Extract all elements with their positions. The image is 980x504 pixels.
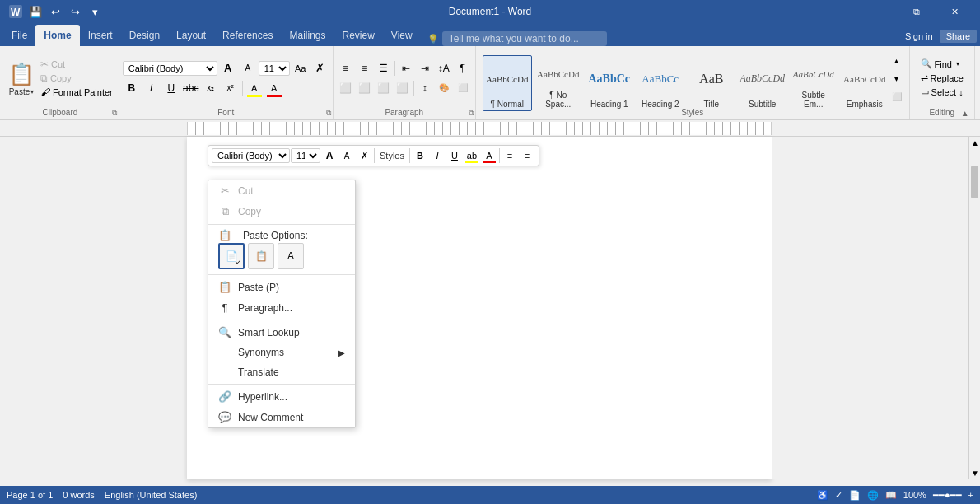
justify-btn[interactable]: ⬜ [394,79,412,97]
styles-scroll-down-btn[interactable]: ▾ [891,69,903,87]
line-spacing-btn[interactable]: ↕ [416,79,434,97]
paste-button[interactable]: 📋 Paste ▾ [5,48,38,108]
find-dropdown-icon[interactable]: ▾ [956,60,959,68]
decrease-indent-btn[interactable]: ⇤ [397,59,415,77]
zoom-slider[interactable]: ━━●━━ [933,490,962,501]
paste-keep-source-btn[interactable]: 📄 ↙ [218,243,245,269]
tell-me-input[interactable] [442,31,607,46]
styles-scroll-up-btn[interactable]: ▴ [891,51,903,69]
bullets-btn[interactable]: ≡ [337,59,355,77]
style-title[interactable]: AaB Title [687,55,736,111]
clipboard-expand-icon[interactable]: ⧉ [112,109,117,118]
font-size-shrink-btn[interactable]: A [239,59,257,77]
scroll-down-btn[interactable]: ▼ [969,467,980,479]
multilevel-list-btn[interactable]: ☰ [375,59,393,77]
font-expand-icon[interactable]: ⧉ [326,109,331,118]
scrollbar-thumb[interactable] [971,166,978,198]
replace-btn[interactable]: ⇌ Replace [917,72,967,84]
style-emphasis[interactable]: AaBbCcDd Emphasis [840,55,889,111]
find-btn[interactable]: 🔍 Find ▾ [917,58,963,70]
undo-quick-btn[interactable]: ↩ [46,2,64,21]
context-new-comment[interactable]: 💬 New Comment [208,407,355,427]
tell-me-bar[interactable]: 💡 [427,31,607,46]
word-count[interactable]: 0 words [63,490,95,500]
mini-clear-btn[interactable]: ✗ [356,147,372,164]
context-paste[interactable]: 📋 Paste (P) [208,277,355,297]
change-case-btn[interactable]: Aa [292,59,310,77]
font-color-btn[interactable]: A [265,79,283,97]
context-smart-lookup[interactable]: 🔍 Smart Lookup [208,322,355,343]
context-synonyms[interactable]: Synonyms ▶ [208,343,355,362]
borders-btn[interactable]: ⬜ [454,79,472,97]
view-web-btn[interactable]: 🌐 [867,490,879,501]
sort-btn[interactable]: ↕A [435,59,453,77]
show-marks-btn[interactable]: ¶ [454,59,472,77]
shading-btn[interactable]: 🎨 [435,79,453,97]
mini-grow-btn[interactable]: A [321,147,338,164]
redo-quick-btn[interactable]: ↪ [66,2,84,21]
tab-review[interactable]: Review [334,25,382,46]
view-print-btn[interactable]: 📄 [849,490,861,501]
ribbon-collapse-btn[interactable]: ▲ [961,109,969,118]
paste-dropdown-icon[interactable]: ▾ [30,88,34,96]
mini-underline-btn[interactable]: U [446,147,463,164]
italic-button[interactable]: I [142,79,161,97]
font-name-select[interactable]: Calibri (Body) [123,61,217,76]
align-right-btn[interactable]: ⬜ [375,79,393,97]
superscript-button[interactable]: x² [222,79,240,97]
paste-text-only-btn[interactable]: A [278,243,304,269]
bold-button[interactable]: B [123,79,141,97]
scroll-up-btn[interactable]: ▲ [969,137,980,149]
tab-design[interactable]: Design [121,25,168,46]
customize-quick-btn[interactable]: ▾ [86,2,104,21]
mini-fontcolor-btn[interactable]: A [481,147,497,164]
mini-font-select[interactable]: Calibri (Body) [212,148,290,163]
spelling-btn[interactable]: ✓ [835,490,842,501]
mini-italic-btn[interactable]: I [429,147,446,164]
sign-in-btn[interactable]: Sign in [905,31,933,41]
style-subtle-emphasis[interactable]: AaBbCcDd Subtle Em... [789,55,838,111]
font-size-select[interactable]: 11 [259,61,290,76]
style-normal[interactable]: AaBbCcDd ¶ Normal [483,55,532,111]
select-btn[interactable]: ▭ Select ↓ [917,86,967,98]
mini-size-select[interactable]: 11 [291,148,320,163]
align-center-btn[interactable]: ⬜ [356,79,374,97]
text-highlight-btn[interactable]: A [245,79,264,97]
mini-shrink-btn[interactable]: A [338,147,355,164]
share-btn[interactable]: Share [940,30,977,43]
style-heading2[interactable]: AaBbCc Heading 2 [636,55,685,111]
style-subtitle[interactable]: AaBbCcDd Subtitle [738,55,787,111]
mini-numbering-btn[interactable]: ≡ [519,147,535,164]
clear-formatting-btn[interactable]: ✗ [311,59,329,77]
vertical-scrollbar[interactable]: ▲ ▼ [968,137,980,479]
tab-file[interactable]: File [3,25,35,46]
styles-expand-btn[interactable]: ⬜ [891,87,903,105]
tab-insert[interactable]: Insert [80,25,121,46]
restore-btn[interactable]: ⧉ [898,0,936,23]
numbering-btn[interactable]: ≡ [356,59,374,77]
context-hyperlink[interactable]: 🔗 Hyperlink... [208,386,355,407]
mini-highlight-btn[interactable]: ab [464,147,480,164]
font-size-grow-btn[interactable]: A [219,59,237,77]
minimize-btn[interactable]: ─ [860,0,898,23]
mini-bold-btn[interactable]: B [412,147,428,164]
view-read-btn[interactable]: 📖 [885,490,897,501]
tab-references[interactable]: References [214,25,281,46]
context-paragraph[interactable]: ¶ Paragraph... [208,297,355,318]
tab-mailings[interactable]: Mailings [281,25,334,46]
strikethrough-button[interactable]: abc [182,79,200,97]
tab-layout[interactable]: Layout [168,25,214,46]
increase-indent-btn[interactable]: ⇥ [416,59,434,77]
mini-styles-label[interactable]: Styles [376,151,408,161]
paste-merge-btn[interactable]: 📋 [248,243,274,269]
language-indicator[interactable]: English (United States) [105,490,198,500]
save-quick-btn[interactable]: 💾 [26,2,44,21]
tab-home[interactable]: Home [35,25,79,46]
align-left-btn[interactable]: ⬜ [337,79,355,97]
accessibility-btn[interactable]: ♿ [817,490,828,501]
mini-bullets-btn[interactable]: ≡ [502,147,518,164]
page-info[interactable]: Page 1 of 1 [7,490,53,500]
paragraph-expand-icon[interactable]: ⧉ [469,109,474,118]
style-heading1[interactable]: AaBbCc Heading 1 [585,55,634,111]
underline-button[interactable]: U [162,79,180,97]
